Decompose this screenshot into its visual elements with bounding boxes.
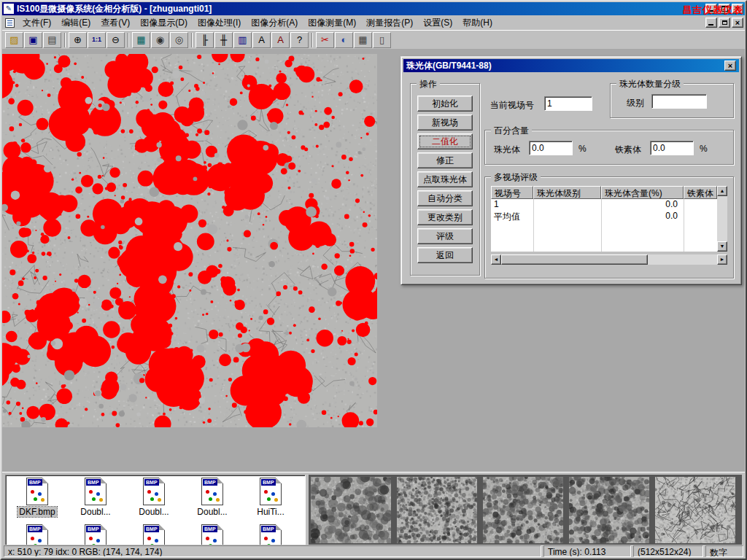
caliper-button[interactable]: ╟ (196, 32, 214, 48)
splash-icon (264, 490, 268, 494)
grid-button[interactable]: ▦ (354, 32, 372, 48)
thumbnail-1[interactable] (311, 477, 391, 543)
table-header: 视场号珠光体级别珠光体含量(%)铁素体 (491, 186, 717, 199)
file-item[interactable]: BMP (66, 524, 125, 545)
file-item[interactable]: BMP (8, 524, 66, 545)
horizontal-scrollbar[interactable]: ◄ ► (491, 254, 727, 265)
init-button[interactable]: 初始化 (417, 96, 473, 112)
file-item[interactable]: BMPDoubl... (183, 478, 241, 524)
table-row[interactable]: 10.0 (491, 199, 717, 211)
menu-item-1[interactable]: 文件(F) (18, 15, 56, 31)
menu-item-5[interactable]: 图像处理(I) (193, 15, 246, 31)
auto-classify-button[interactable]: 自动分类 (417, 190, 473, 206)
scroll-right-icon[interactable]: ► (717, 254, 727, 265)
new-field-button[interactable]: 新视场 (417, 114, 473, 131)
thumbnail-3[interactable] (483, 477, 563, 543)
save-button[interactable]: ▣ (24, 32, 42, 48)
scroll-track[interactable] (717, 196, 727, 241)
scroll-thumb[interactable] (501, 254, 648, 265)
zoom-in-button[interactable]: ⊕ (69, 32, 87, 48)
file-item[interactable]: BMPDoubl... (66, 478, 125, 524)
dialog-title-bar[interactable]: 珠光体(GB/T9441-88) × (403, 59, 739, 72)
metallographic-image[interactable] (2, 54, 377, 427)
ruler-button[interactable]: ▯ (373, 32, 391, 48)
grade-button[interactable]: 评级 (417, 228, 473, 244)
current-view-input[interactable] (544, 96, 592, 111)
bottom-panel: BMPDKF.bmpBMPDoubl...BMPDoubl...BMPDoubl… (2, 472, 745, 547)
scroll-down-icon[interactable]: ▼ (717, 241, 727, 252)
table-cell (684, 211, 717, 222)
child-minimize-button[interactable] (705, 18, 717, 28)
help-button[interactable]: ? (290, 32, 309, 48)
operation-group-label: 操作 (417, 78, 440, 90)
pearlite-input[interactable] (529, 141, 573, 155)
title-bar: ✎ IS100显微摄像系统(金相分析版) - [zhuguangti01] × (2, 2, 745, 15)
micrometer-button[interactable]: ╫ (214, 32, 233, 48)
bmp-file-icon: BMP (260, 524, 282, 545)
menu-item-10[interactable]: 帮助(H) (457, 15, 498, 31)
file-label: Doubl... (80, 507, 110, 517)
file-browser[interactable]: BMPDKF.bmpBMPDoubl...BMPDoubl...BMPDoubl… (5, 475, 306, 545)
image-display-button[interactable]: ▦ (132, 32, 150, 48)
scale-grid-button[interactable]: ▥ (233, 32, 252, 48)
menu-item-8[interactable]: 测量报告(P) (361, 15, 418, 31)
file-item[interactable]: BMP (125, 524, 183, 545)
zoom-out-button[interactable]: ⊖ (107, 32, 125, 48)
scroll-up-icon[interactable]: ▲ (717, 186, 727, 196)
color-pick-button[interactable]: ◐ (335, 32, 353, 48)
file-item[interactable]: BMPDoubl... (125, 478, 183, 524)
table-row[interactable]: 平均值0.0 (491, 211, 717, 222)
print-button[interactable]: ▤ (43, 32, 61, 48)
menu-item-7[interactable]: 图像测量(M) (303, 15, 361, 31)
menu-item-6[interactable]: 图像分析(A) (246, 15, 303, 31)
thumbnail-2[interactable] (397, 477, 477, 543)
menu-item-4[interactable]: 图像显示(D) (135, 15, 193, 31)
file-item[interactable]: BMP (241, 524, 300, 545)
toolbar-separator (311, 33, 313, 47)
document-icon[interactable] (5, 18, 15, 28)
vertical-scrollbar[interactable]: ▲ ▼ (717, 186, 727, 252)
font-style-button[interactable]: A (271, 32, 290, 48)
table-cell (533, 211, 601, 222)
close-button[interactable]: × (732, 4, 743, 14)
file-item[interactable]: BMPHuiTi... (241, 478, 300, 524)
grade-group: 珠光体数量分级 级别 (610, 83, 734, 118)
table-cell: 0.0 (601, 199, 684, 211)
return-button[interactable]: 返回 (417, 247, 473, 263)
change-class-button[interactable]: 更改类别 (417, 209, 473, 225)
text-label-button[interactable]: A (252, 32, 271, 48)
open-button[interactable]: ▨ (5, 32, 23, 48)
correct-button[interactable]: 修正 (417, 152, 473, 168)
child-close-button[interactable]: × (732, 18, 743, 28)
dialog-close-button[interactable]: × (724, 61, 736, 71)
actual-size-button[interactable]: 1:1 (88, 32, 106, 48)
menu-item-2[interactable]: 编辑(E) (56, 15, 96, 31)
child-restore-button[interactable] (719, 18, 730, 28)
file-item[interactable]: BMPDKF.bmp (8, 478, 66, 524)
percent-group: 百分含量 珠光体 % 铁素体 % (484, 130, 734, 165)
cut-button[interactable]: ✂ (316, 32, 334, 48)
splash-icon (31, 490, 34, 494)
table-header-cell: 铁素体 (684, 186, 717, 199)
thumbnail-5[interactable] (655, 477, 735, 543)
bmp-tag: BMP (261, 479, 276, 486)
application-window: ✎ IS100显微摄像系统(金相分析版) - [zhuguangti01] × … (0, 0, 747, 560)
camera-button[interactable]: ◉ (151, 32, 169, 48)
pick-pearlite-button[interactable]: 点取珠光体 (417, 171, 473, 187)
grade-input[interactable] (651, 94, 707, 109)
ferrite-input[interactable] (650, 141, 694, 155)
minimize-button[interactable] (705, 4, 717, 14)
scroll-left-icon[interactable]: ◄ (491, 254, 501, 265)
toolbar-separator (64, 33, 66, 47)
menu-item-3[interactable]: 查看(V) (96, 15, 135, 31)
capture-target-button[interactable]: ◎ (170, 32, 188, 48)
scroll-track[interactable] (648, 254, 717, 265)
file-item[interactable]: BMP (183, 524, 241, 545)
maximize-button[interactable] (719, 4, 730, 14)
close-icon: × (735, 4, 740, 13)
binarize-button[interactable]: 二值化 (417, 133, 473, 149)
thumbnail-4[interactable] (569, 477, 649, 543)
menu-item-9[interactable]: 设置(S) (418, 15, 457, 31)
table-body[interactable]: 10.0平均值0.0 (491, 199, 717, 252)
toolbar-separator (191, 33, 193, 47)
